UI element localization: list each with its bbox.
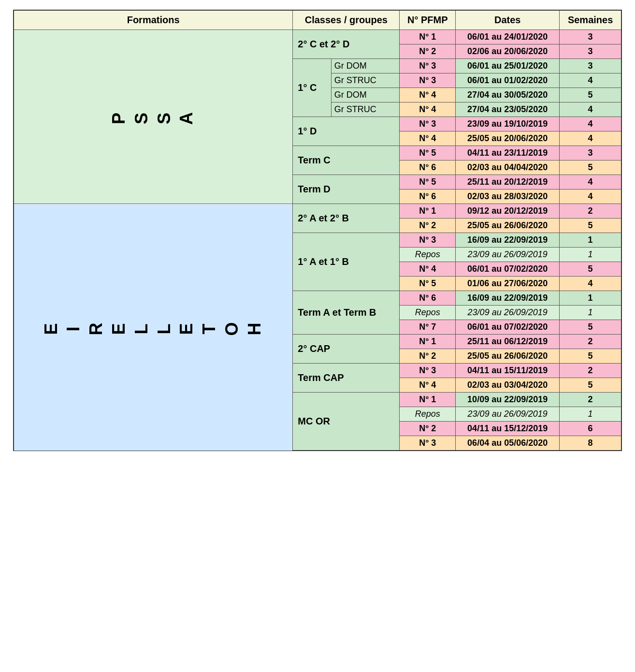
semaines-cell: 4 [560, 175, 621, 190]
semaines-cell: 4 [560, 102, 621, 117]
dates-cell: 06/04 au 05/06/2020 [456, 436, 560, 451]
semaines-cell: 2 [560, 335, 621, 349]
dates-cell: 06/01 au 07/02/2020 [456, 262, 560, 277]
dates-cell: 25/05 au 20/06/2020 [456, 131, 560, 146]
dates-cell: 25/05 au 26/06/2020 [456, 349, 560, 364]
pfmp-cell: N° 3 [400, 364, 456, 378]
class-cell: Term CAP [293, 364, 400, 393]
subgroup-cell: Gr DOM [331, 59, 400, 73]
semaines-cell: 2 [560, 364, 621, 378]
class-cell: 1° C [293, 59, 331, 117]
pfmp-cell: N° 2 [400, 422, 456, 436]
subgroup-cell: Gr DOM [331, 88, 400, 102]
col-semaines: Semaines [560, 10, 621, 30]
class-cell: 1° A et 1° B [293, 233, 400, 291]
subgroup-cell: Gr STRUC [331, 73, 400, 88]
pfmp-cell: N° 4 [400, 102, 456, 117]
semaines-cell: 5 [560, 349, 621, 364]
pfmp-cell: N° 6 [400, 190, 456, 204]
semaines-cell: 4 [560, 117, 621, 131]
pfmp-cell: Repos [400, 248, 456, 262]
class-cell: 2° A et 2° B [293, 204, 400, 233]
formation-cell: ASSP [14, 30, 293, 204]
pfmp-cell: N° 1 [400, 30, 456, 44]
dates-cell: 23/09 au 19/10/2019 [456, 117, 560, 131]
semaines-cell: 3 [560, 59, 621, 73]
dates-cell: 02/03 au 28/03/2020 [456, 190, 560, 204]
dates-cell: 25/05 au 26/06/2020 [456, 219, 560, 233]
class-cell: Term C [293, 146, 400, 175]
pfmp-cell: N° 5 [400, 277, 456, 291]
pfmp-cell: N° 7 [400, 320, 456, 335]
dates-cell: 16/09 au 22/09/2019 [456, 291, 560, 306]
table-row: HOTELLERIE2° A et 2° BN° 109/12 au 20/12… [14, 204, 621, 219]
dates-cell: 10/09 au 22/09/2019 [456, 393, 560, 407]
semaines-cell: 1 [560, 407, 621, 422]
semaines-cell: 2 [560, 204, 621, 219]
dates-cell: 25/11 au 06/12/2019 [456, 335, 560, 349]
pfmp-cell: N° 4 [400, 88, 456, 102]
pfmp-cell: N° 5 [400, 175, 456, 190]
semaines-cell: 6 [560, 422, 621, 436]
semaines-cell: 4 [560, 131, 621, 146]
table-row: ASSP2° C et 2° DN° 106/01 au 24/01/20203 [14, 30, 621, 44]
dates-cell: 06/01 au 07/02/2020 [456, 320, 560, 335]
header-row: Formations Classes / groupes N° PFMP Dat… [14, 10, 621, 30]
class-cell: 1° D [293, 117, 400, 146]
semaines-cell: 5 [560, 320, 621, 335]
semaines-cell: 3 [560, 30, 621, 44]
class-cell: Term D [293, 175, 400, 204]
pfmp-cell: N° 4 [400, 262, 456, 277]
semaines-cell: 5 [560, 378, 621, 393]
pfmp-cell: N° 3 [400, 436, 456, 451]
formations-table: Formations Classes / groupes N° PFMP Dat… [13, 10, 622, 451]
pfmp-cell: N° 4 [400, 131, 456, 146]
formation-cell: HOTELLERIE [14, 204, 293, 451]
col-formations: Formations [14, 10, 293, 30]
semaines-cell: 8 [560, 436, 621, 451]
dates-cell: 06/01 au 24/01/2020 [456, 30, 560, 44]
pfmp-cell: N° 3 [400, 233, 456, 248]
dates-cell: 04/11 au 23/11/2019 [456, 146, 560, 161]
dates-cell: 16/09 au 22/09/2019 [456, 233, 560, 248]
semaines-cell: 5 [560, 262, 621, 277]
pfmp-cell: Repos [400, 306, 456, 320]
class-cell: Term A et Term B [293, 291, 400, 335]
dates-cell: 09/12 au 20/12/2019 [456, 204, 560, 219]
semaines-cell: 4 [560, 190, 621, 204]
table-body: ASSP2° C et 2° DN° 106/01 au 24/01/20203… [14, 30, 621, 451]
dates-cell: 27/04 au 30/05/2020 [456, 88, 560, 102]
dates-cell: 23/09 au 26/09/2019 [456, 306, 560, 320]
main-container: Formations Classes / groupes N° PFMP Dat… [13, 10, 622, 451]
pfmp-cell: N° 6 [400, 161, 456, 175]
col-pfmp: N° PFMP [400, 10, 456, 30]
dates-cell: 02/03 au 04/04/2020 [456, 161, 560, 175]
semaines-cell: 5 [560, 88, 621, 102]
pfmp-cell: N° 2 [400, 349, 456, 364]
dates-cell: 23/09 au 26/09/2019 [456, 248, 560, 262]
pfmp-cell: N° 4 [400, 378, 456, 393]
pfmp-cell: N° 3 [400, 59, 456, 73]
dates-cell: 06/01 au 25/01/2020 [456, 59, 560, 73]
class-cell: 2° CAP [293, 335, 400, 364]
pfmp-cell: N° 2 [400, 219, 456, 233]
semaines-cell: 5 [560, 219, 621, 233]
dates-cell: 04/11 au 15/12/2019 [456, 422, 560, 436]
semaines-cell: 3 [560, 146, 621, 161]
pfmp-cell: N° 6 [400, 291, 456, 306]
dates-cell: 02/06 au 20/06/2020 [456, 44, 560, 59]
dates-cell: 06/01 au 01/02/2020 [456, 73, 560, 88]
pfmp-cell: N° 3 [400, 73, 456, 88]
dates-cell: 04/11 au 15/11/2019 [456, 364, 560, 378]
semaines-cell: 1 [560, 233, 621, 248]
semaines-cell: 5 [560, 161, 621, 175]
semaines-cell: 4 [560, 277, 621, 291]
dates-cell: 01/06 au 27/06/2020 [456, 277, 560, 291]
pfmp-cell: N° 1 [400, 204, 456, 219]
pfmp-cell: N° 2 [400, 44, 456, 59]
dates-cell: 02/03 au 03/04/2020 [456, 378, 560, 393]
subgroup-cell: Gr STRUC [331, 102, 400, 117]
semaines-cell: 4 [560, 73, 621, 88]
semaines-cell: 1 [560, 291, 621, 306]
pfmp-cell: N° 1 [400, 393, 456, 407]
